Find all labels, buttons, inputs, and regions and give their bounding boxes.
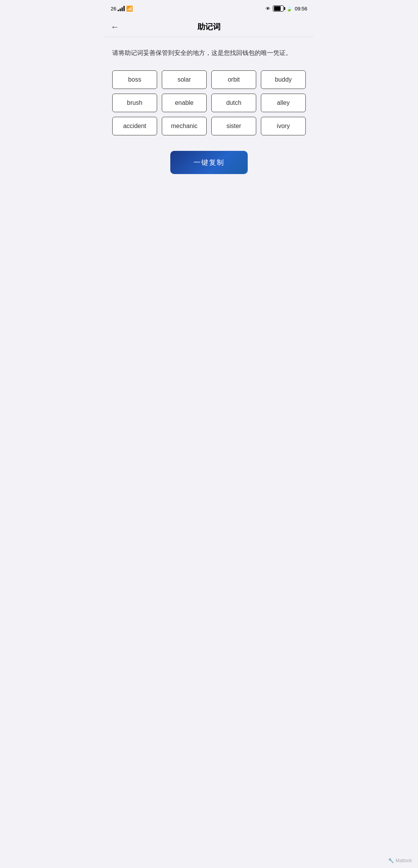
copy-button-wrapper: 一键复制 [112, 151, 306, 174]
leaf-icon: 🍃 [286, 6, 292, 12]
mnemonic-word-item: brush [112, 94, 157, 112]
mnemonic-word-item: dutch [211, 94, 256, 112]
mnemonic-word-item: orbit [211, 70, 256, 89]
description-text: 请将助记词妥善保管到安全的地方，这是您找回钱包的唯一凭证。 [112, 48, 306, 58]
mnemonic-grid: bosssolarorbitbuddybrushenabledutchalley… [112, 70, 306, 135]
copy-button[interactable]: 一键复制 [170, 151, 248, 174]
mnemonic-word-item: boss [112, 70, 157, 89]
mnemonic-word-item: buddy [261, 70, 306, 89]
status-right: 👁 🍃 09:56 [266, 5, 307, 12]
eye-icon: 👁 [266, 6, 271, 12]
mnemonic-word-item: solar [162, 70, 207, 89]
mnemonic-word-item: alley [261, 94, 306, 112]
signal-bars-icon [118, 6, 125, 11]
mnemonic-word-item: mechanic [162, 117, 207, 135]
status-left: 26 📶 [111, 5, 133, 12]
nav-bar: ← 助记词 [104, 17, 314, 37]
wifi-icon: 📶 [126, 5, 133, 12]
status-bar: 26 📶 👁 🍃 09:56 [104, 0, 314, 17]
mnemonic-word-item: sister [211, 117, 256, 135]
mnemonic-word-item: ivory [261, 117, 306, 135]
page-title: 助记词 [197, 22, 221, 32]
back-button[interactable]: ← [111, 23, 119, 31]
battery-icon [273, 5, 284, 12]
time-display: 09:56 [295, 6, 307, 12]
main-content: 请将助记词妥善保管到安全的地方，这是您找回钱包的唯一凭证。 bosssolaro… [104, 37, 314, 182]
mnemonic-word-item: accident [112, 117, 157, 135]
mnemonic-word-item: enable [162, 94, 207, 112]
signal-text: 26 [111, 6, 116, 12]
